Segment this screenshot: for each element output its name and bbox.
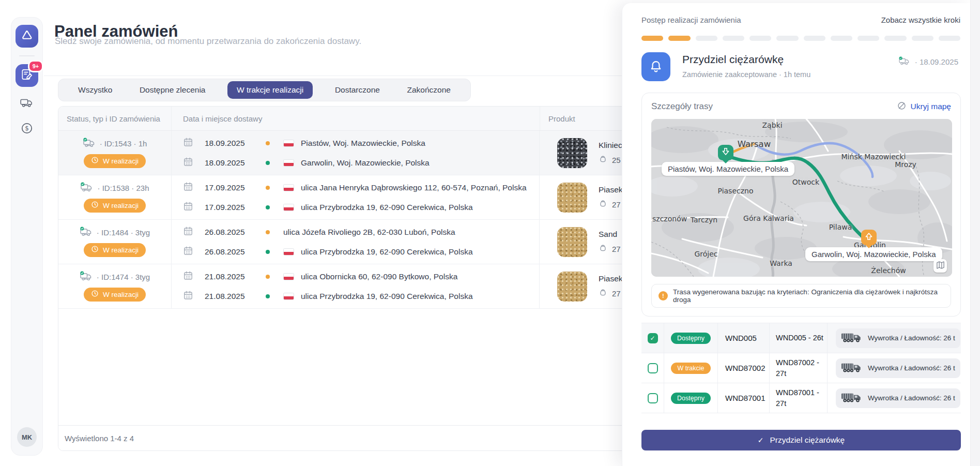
truck-row[interactable]: Dostępny WND005 WND005 - 26t Wywrotka / … — [641, 323, 961, 353]
pickup-date: 26.08.2025 — [205, 228, 266, 237]
truck-check-icon — [80, 271, 93, 283]
poland-flag-icon — [283, 248, 294, 255]
calendar-icon — [183, 182, 193, 194]
col-dates: Data i miejsce dostawy — [171, 107, 540, 130]
product-image — [557, 272, 587, 302]
page-subtitle: Śledź swoje zamówienia, od momentu przet… — [55, 36, 361, 47]
results-count: Wyświetlono 1-4 z 4 — [65, 434, 134, 443]
progress-segment — [696, 36, 717, 41]
order-id: · ID:1484 · 3tyg — [97, 228, 150, 237]
origin-marker[interactable] — [718, 145, 733, 160]
progress-segment — [776, 36, 798, 41]
dump-truck-icon — [841, 390, 863, 405]
clock-icon — [91, 201, 99, 210]
calendar-icon — [183, 226, 193, 238]
sidebar-divider — [19, 55, 35, 56]
calendar-icon — [183, 246, 193, 258]
user-avatar[interactable]: MK — [17, 427, 37, 447]
route-note: Trasa wygenerowana bazując na kryteriach… — [651, 284, 951, 308]
order-id: · ID:1538 · 23h — [97, 184, 149, 192]
route-details-card: Szczegóły trasy Ukryj mapę — [641, 93, 961, 317]
poland-flag-icon — [283, 159, 294, 167]
pickup-dot — [266, 141, 270, 145]
assign-truck-button[interactable]: Przydziel ciężarówkę — [641, 430, 961, 450]
current-step: Przydziel ciężarówkę Zamówienie zaakcept… — [641, 52, 960, 81]
progress-segment — [641, 36, 663, 41]
truck-checkbox[interactable] — [648, 363, 658, 373]
truck-status-badge: Dostępny — [671, 333, 711, 344]
tab-completed[interactable]: Zakończone — [402, 81, 456, 99]
sidebar: 9+ MK — [11, 17, 43, 456]
table-row[interactable]: · ID:1484 · 3tyg W realizacji 26.08.2025… — [58, 220, 668, 264]
table-row[interactable]: · ID:1538 · 23h W realizacji 17.09.2025 … — [58, 175, 668, 220]
progress-bar — [641, 36, 960, 41]
truck-code: WND87001 — [718, 394, 765, 402]
tab-all[interactable]: Wszystko — [73, 81, 117, 99]
dropoff-date: 21.08.2025 — [205, 292, 266, 301]
tab-delivered[interactable]: Dostarczone — [330, 81, 385, 99]
order-progress-drawer: Postęp realizacji zamówienia Zobacz wszy… — [622, 3, 971, 466]
map-label: Warka — [770, 259, 792, 267]
sidebar-item-deliveries[interactable] — [16, 94, 38, 113]
truck-checkbox[interactable] — [648, 393, 658, 403]
truck-name: WND87002 - 27t — [770, 357, 827, 379]
truck-code: WND005 — [718, 334, 757, 342]
table-row[interactable]: · ID:1543 · 1h W realizacji 18.09.2025 P… — [58, 131, 668, 175]
tab-available[interactable]: Dostępne zlecenia — [134, 81, 211, 99]
pickup-address: Piastów, Woj. Mazowieckie, Polska — [301, 139, 425, 148]
warning-icon — [659, 291, 668, 300]
bell-icon — [641, 52, 670, 81]
truck-check-icon — [898, 56, 911, 67]
map-label: Żelechów — [871, 266, 906, 275]
truck-row[interactable]: W trakcie WND87002 WND87002 - 27t Wywrot… — [641, 353, 961, 383]
pickup-date: 18.09.2025 — [205, 139, 266, 148]
see-all-steps-link[interactable]: Zobacz wszystkie kroki — [881, 16, 960, 24]
destination-marker[interactable] — [861, 230, 877, 245]
map-label: Otwock — [792, 178, 819, 186]
truck-name: WND005 - 26t — [770, 333, 826, 343]
route-map[interactable]: Ząbki Warsaw Mińsk Mazowiecki Mrozy Otwo… — [651, 119, 952, 277]
truck-check-icon — [80, 227, 93, 238]
app-logo[interactable] — [16, 25, 38, 48]
dump-truck-icon — [841, 360, 863, 375]
trucks-table: Dostępny WND005 WND005 - 26t Wywrotka / … — [641, 323, 961, 413]
pickup-dot — [266, 230, 270, 234]
hide-map-link[interactable]: Ukryj mapę — [897, 101, 951, 113]
poland-flag-icon — [283, 293, 294, 300]
progress-segment — [858, 36, 879, 41]
dropoff-date: 17.09.2025 — [205, 203, 266, 212]
pickup-dot — [266, 275, 270, 279]
weight-bag-icon — [599, 155, 607, 165]
poland-flag-icon — [283, 273, 294, 280]
dropoff-dot — [266, 294, 270, 298]
pickup-date: 21.08.2025 — [205, 272, 266, 281]
progress-segment — [723, 36, 744, 41]
step-title: Przydziel ciężarówkę — [682, 53, 810, 66]
col-status: Status, typ i ID zamówienia — [58, 114, 171, 123]
truck-check-icon — [83, 138, 96, 149]
table-row[interactable]: · ID:1474 · 3tyg W realizacji 21.08.2025… — [58, 264, 668, 309]
sidebar-item-payments[interactable] — [16, 120, 38, 139]
dropoff-dot — [266, 161, 270, 165]
destination-pill: Garwolin, Woj. Mazowieckie, Polska — [805, 247, 942, 261]
map-label: Góra Kalwaria — [743, 214, 794, 222]
route-title: Szczegóły trasy — [651, 101, 713, 112]
notification-badge: 9+ — [28, 60, 43, 72]
map-label: Piaseczno — [718, 187, 754, 195]
product-image — [557, 183, 587, 213]
dump-truck-icon — [841, 330, 863, 345]
scrollbar[interactable] — [970, 0, 980, 466]
tab-in-progress[interactable]: W trakcje realizacji — [227, 81, 313, 99]
truck-checkbox[interactable] — [648, 333, 658, 343]
orders-table: Status, typ i ID zamówienia Data i miejs… — [58, 106, 669, 451]
progress-segment — [749, 36, 771, 41]
map-attribution-button[interactable] — [933, 259, 947, 273]
pickup-address: ulica Obornicka 60, 62-090 Bytkowo, Pols… — [301, 272, 457, 281]
calendar-icon — [183, 201, 193, 214]
calendar-icon — [183, 290, 193, 303]
truck-row[interactable]: Dostępny WND87001 WND87001 - 27t Wywrotk… — [641, 383, 961, 413]
dollar-icon — [20, 122, 34, 137]
truck-spec-chip: Wywrotka / Ładowność: 26 t — [836, 388, 960, 408]
progress-segment — [668, 36, 690, 41]
sidebar-item-orders[interactable]: 9+ — [16, 64, 38, 87]
